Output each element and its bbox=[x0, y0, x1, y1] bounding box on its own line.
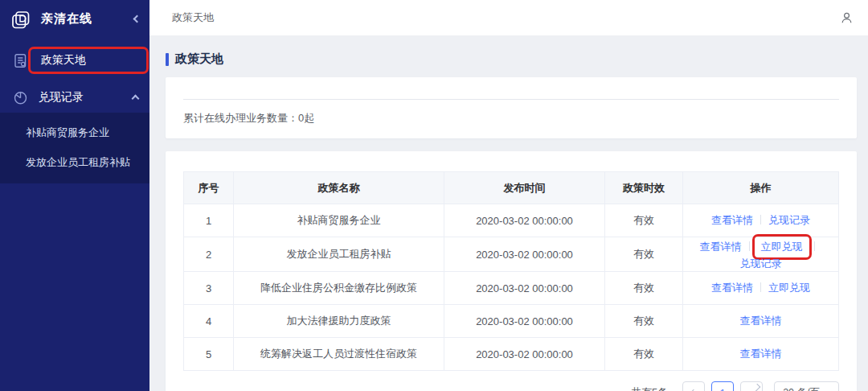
table-cell: 1 bbox=[184, 204, 234, 237]
sidebar-item-policy-world[interactable]: 政策天地 bbox=[0, 45, 149, 76]
sidebar-header: 亲清在线 bbox=[0, 0, 149, 37]
column-header: 发布时间 bbox=[444, 172, 605, 204]
table-cell: 2020-03-02 00:00:00 bbox=[444, 305, 605, 338]
table-row: 2发放企业员工租房补贴2020-03-02 00:00:00有效查看详情立即兑现… bbox=[184, 237, 839, 272]
column-header: 政策时效 bbox=[605, 172, 683, 204]
breadcrumb: 政策天地 bbox=[172, 10, 840, 25]
page-title: 政策天地 bbox=[175, 51, 223, 67]
table-header-row: 序号政策名称发布时间政策时效操作 bbox=[184, 172, 839, 204]
table-cell: 有效 bbox=[605, 305, 683, 338]
table-cell: 有效 bbox=[605, 237, 683, 272]
policy-table-card: 序号政策名称发布时间政策时效操作 1补贴商贸服务企业2020-03-02 00:… bbox=[166, 151, 857, 391]
policy-document-icon bbox=[13, 53, 29, 68]
main-column: 政策天地 政策天地 累计在线办理业务数量：0起 序号政策名称发布时间政策时效操作… bbox=[149, 0, 868, 391]
table-cell: 2020-03-02 00:00:00 bbox=[444, 204, 605, 237]
action-separator bbox=[749, 241, 750, 251]
actions-cell: 查看详情立即兑现兑现记录 bbox=[683, 237, 839, 272]
action-separator bbox=[814, 241, 815, 251]
table-cell: 2020-03-02 00:00:00 bbox=[444, 237, 605, 272]
user-icon[interactable] bbox=[840, 11, 854, 25]
sidebar-menu: 政策天地 兑现记录 补贴商贸服务企业发放企业员工租房补贴 bbox=[0, 45, 149, 183]
column-header: 操作 bbox=[683, 172, 839, 204]
action-redeem-now[interactable]: 立即兑现 bbox=[768, 282, 810, 294]
action-redeem-now[interactable]: 立即兑现 bbox=[761, 241, 803, 253]
action-view-details[interactable]: 查看详情 bbox=[700, 241, 742, 253]
divider bbox=[183, 99, 839, 100]
table-row: 3降低企业住房公积金缴存比例政策2020-03-02 00:00:00有效查看详… bbox=[184, 272, 839, 305]
action-redeem-record[interactable]: 兑现记录 bbox=[768, 214, 810, 226]
page-number-button[interactable]: 1 bbox=[711, 381, 734, 391]
table-cell: 有效 bbox=[605, 338, 683, 371]
title-accent-bar bbox=[166, 53, 169, 66]
prev-page-button[interactable] bbox=[682, 381, 705, 391]
sidebar-submenu: 补贴商贸服务企业发放企业员工租房补贴 bbox=[0, 113, 149, 183]
pie-chart-icon bbox=[13, 90, 29, 105]
action-view-details[interactable]: 查看详情 bbox=[711, 214, 753, 226]
table-row: 5统筹解决返工人员过渡性住宿政策2020-03-02 00:00:00有效查看详… bbox=[184, 338, 839, 371]
action-view-details[interactable]: 查看详情 bbox=[740, 348, 782, 360]
pagination-total: 共有5条 bbox=[631, 385, 668, 391]
table-cell: 有效 bbox=[605, 204, 683, 237]
table-cell: 5 bbox=[184, 338, 234, 371]
actions-cell: 查看详情 bbox=[683, 305, 839, 338]
stats-card: 累计在线办理业务数量：0起 bbox=[166, 77, 857, 138]
policy-table: 序号政策名称发布时间政策时效操作 1补贴商贸服务企业2020-03-02 00:… bbox=[183, 171, 839, 371]
page-size-value: 20 条/页 bbox=[783, 386, 820, 391]
section-title: 政策天地 bbox=[166, 51, 857, 67]
stats-text: 累计在线办理业务数量：0起 bbox=[183, 111, 839, 126]
submenu-item-subsidy-trade-enterprise[interactable]: 补贴商贸服务企业 bbox=[0, 117, 149, 147]
sidebar-item-redeem-records[interactable]: 兑现记录 bbox=[0, 82, 149, 113]
table-row: 1补贴商贸服务企业2020-03-02 00:00:00有效查看详情兑现记录 bbox=[184, 204, 839, 237]
chevron-right-icon bbox=[743, 384, 761, 391]
action-view-details[interactable]: 查看详情 bbox=[740, 315, 782, 327]
table-cell: 2020-03-02 00:00:00 bbox=[444, 272, 605, 305]
app-logo-icon bbox=[11, 8, 33, 30]
table-cell: 4 bbox=[184, 305, 234, 338]
actions-cell: 查看详情 bbox=[683, 338, 839, 371]
table-cell: 3 bbox=[184, 272, 234, 305]
next-page-button[interactable] bbox=[740, 381, 763, 391]
action-view-details[interactable]: 查看详情 bbox=[711, 282, 753, 294]
table-cell: 发放企业员工租房补贴 bbox=[234, 237, 444, 272]
annotation-highlight-box: 立即兑现 bbox=[752, 234, 812, 260]
sidebar-item-label: 兑现记录 bbox=[39, 90, 133, 105]
sidebar-collapse-icon[interactable] bbox=[133, 14, 141, 23]
table-cell: 2020-03-02 00:00:00 bbox=[444, 338, 605, 371]
table-cell: 有效 bbox=[605, 272, 683, 305]
page-size-select[interactable]: 20 条/页 bbox=[774, 381, 839, 391]
table-cell: 2 bbox=[184, 237, 234, 272]
column-header: 序号 bbox=[184, 172, 234, 204]
column-header: 政策名称 bbox=[234, 172, 444, 204]
table-body: 1补贴商贸服务企业2020-03-02 00:00:00有效查看详情兑现记录2发… bbox=[184, 204, 839, 371]
action-separator bbox=[760, 215, 761, 224]
pagination: 共有5条 1 20 条/页 bbox=[183, 381, 839, 391]
table-row: 4加大法律援助力度政策2020-03-02 00:00:00有效查看详情 bbox=[184, 305, 839, 338]
submenu-item-employee-rent-subsidy[interactable]: 发放企业员工租房补贴 bbox=[0, 147, 149, 177]
table-cell: 降低企业住房公积金缴存比例政策 bbox=[234, 272, 444, 305]
topbar: 政策天地 bbox=[149, 0, 868, 35]
table-cell: 加大法律援助力度政策 bbox=[234, 305, 444, 338]
content-area: 政策天地 累计在线办理业务数量：0起 序号政策名称发布时间政策时效操作 1补贴商… bbox=[149, 35, 868, 391]
table-cell: 补贴商贸服务企业 bbox=[234, 204, 444, 237]
actions-cell: 查看详情立即兑现 bbox=[683, 272, 839, 305]
sidebar: 亲清在线 政策天地 兑现记录 补贴商贸服务企业发 bbox=[0, 0, 149, 391]
action-separator bbox=[760, 282, 761, 292]
sidebar-item-label: 政策天地 bbox=[28, 47, 149, 74]
table-cell: 统筹解决返工人员过渡性住宿政策 bbox=[234, 338, 444, 371]
action-redeem-record[interactable]: 兑现记录 bbox=[740, 257, 782, 270]
actions-cell: 查看详情兑现记录 bbox=[683, 204, 839, 237]
chevron-up-icon[interactable] bbox=[132, 95, 140, 103]
app-title: 亲清在线 bbox=[41, 11, 134, 27]
